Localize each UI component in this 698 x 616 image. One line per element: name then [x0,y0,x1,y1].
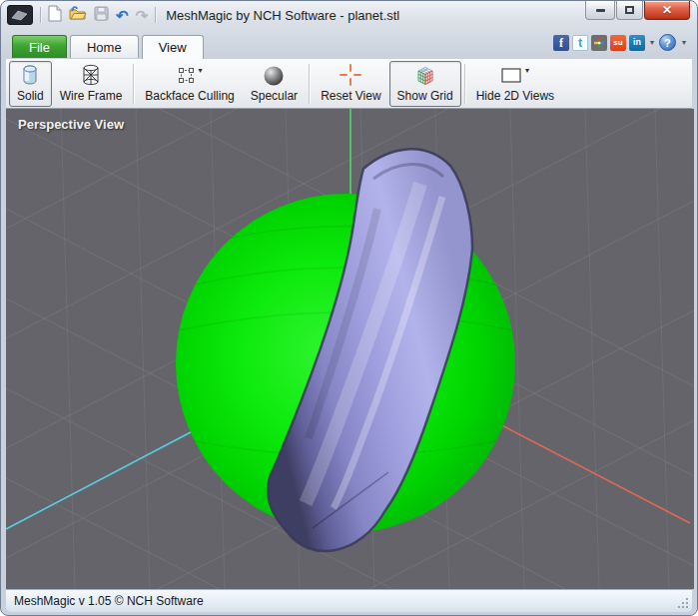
scene-canvas[interactable] [6,109,694,589]
button-label: Reset View [321,89,380,103]
social-share-bar: f t su in ▾ ? ▾ [553,34,686,51]
status-text: MeshMagic v 1.05 © NCH Software [14,594,204,608]
titlebar-separator [40,7,41,23]
button-label: Solid [17,89,44,103]
close-icon: ✕ [662,3,672,17]
wire-frame-button[interactable]: Wire Frame [52,61,131,107]
maximize-icon [625,6,634,14]
redo-button[interactable]: ↷ [136,8,149,23]
quick-access-toolbar: ↶ ↷ [7,5,156,26]
linkedin-icon[interactable]: in [629,35,645,51]
button-label: Backface Culling [145,89,234,103]
hide-2d-views-button[interactable]: ▾ Hide 2D Views [468,61,562,107]
help-dropdown-icon[interactable]: ▾ [682,38,686,47]
toolbar-separator [464,64,465,104]
twitter-icon[interactable]: t [572,35,588,51]
wire-frame-icon [79,63,103,87]
minimize-button[interactable] [585,1,615,20]
window-title: MeshMagic by NCH Software - planet.stl [166,8,399,23]
button-label: Hide 2D Views [476,89,554,103]
button-label: Specular [251,89,298,103]
backface-culling-icon [178,67,195,84]
titlebar-separator [155,7,156,23]
resize-grip[interactable] [686,606,688,608]
toolbar-separator [309,64,310,104]
minimize-icon [596,9,605,12]
reset-view-button[interactable]: Reset View [313,61,388,107]
backface-culling-button[interactable]: ▾ Backface Culling [137,61,242,107]
hide-2d-views-dropdown-icon[interactable]: ▾ [525,66,529,75]
app-window: ↶ ↷ MeshMagic by NCH Software - planet.s… [0,0,698,616]
save-button[interactable] [94,6,109,25]
tab-file[interactable]: File [12,35,67,58]
new-file-button[interactable] [48,5,62,26]
solid-icon [19,63,41,87]
googleplus-icon[interactable] [591,35,607,51]
toolbar-separator [133,64,134,104]
open-file-button[interactable] [69,6,87,25]
perspective-viewport[interactable]: Perspective View [6,109,694,589]
help-button[interactable]: ? [659,34,676,51]
app-icon[interactable] [7,5,33,25]
status-bar: MeshMagic v 1.05 © NCH Software [6,589,692,612]
maximize-button[interactable] [616,1,643,20]
stumbleupon-icon[interactable]: su [610,35,626,51]
tab-home[interactable]: Home [70,35,139,58]
ribbon-tabs: File Home View [12,35,204,58]
backface-culling-dropdown-icon[interactable]: ▾ [199,66,203,75]
hide-2d-views-icon [501,68,521,83]
window-controls: ✕ [585,1,690,20]
solid-button[interactable]: Solid [9,61,52,107]
show-grid-icon [414,65,435,87]
button-label: Show Grid [397,89,453,103]
button-label: Wire Frame [60,89,123,103]
ribbon-tab-row: File Home View f t su in ▾ ? ▾ [6,29,692,58]
close-button[interactable]: ✕ [644,1,690,20]
viewport-label: Perspective View [18,117,124,132]
specular-button[interactable]: Specular [243,61,306,107]
undo-button[interactable]: ↶ [116,8,129,23]
view-ribbon: Solid Wire Frame ▾ Backface Culling Spec… [6,58,692,109]
facebook-icon[interactable]: f [553,35,569,51]
specular-icon [263,65,285,87]
show-grid-button[interactable]: Show Grid [389,61,461,107]
tab-view[interactable]: View [142,35,204,59]
reset-view-icon [339,63,362,87]
share-overflow-chevron-icon[interactable]: ▾ [650,38,654,47]
